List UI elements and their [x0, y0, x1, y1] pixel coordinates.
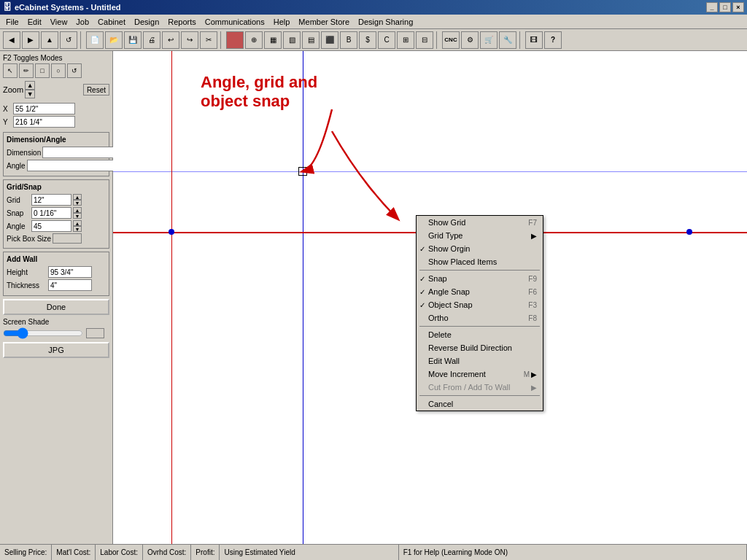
ctx-reverse-build[interactable]: Reverse Build Direction	[417, 341, 543, 354]
ctx-grid-type[interactable]: Grid Type ▶	[417, 229, 543, 242]
toolbar-cart[interactable]: 🛒	[480, 31, 498, 49]
toolbar-texture[interactable]: ▦	[264, 31, 282, 49]
toolbar-tool11[interactable]: 🔧	[499, 31, 516, 49]
toolbar-color[interactable]	[226, 31, 244, 49]
snap-input[interactable]	[31, 207, 71, 219]
toolbar-sep1	[80, 31, 83, 49]
menu-communications[interactable]: Communications	[201, 16, 269, 28]
zoom-down-btn[interactable]: ▼	[25, 90, 35, 98]
title-bar-controls[interactable]: _ □ ×	[706, 2, 744, 12]
toolbar-sep2	[220, 31, 223, 49]
grid-down[interactable]: ▼	[73, 200, 82, 206]
f2-pencil-icon[interactable]: ✏	[19, 63, 34, 78]
done-button[interactable]: Done	[3, 299, 109, 315]
toolbar-redo[interactable]: ↪	[181, 31, 198, 49]
snap-spinner[interactable]: ▲ ▼	[73, 207, 82, 219]
grid-up[interactable]: ▲	[73, 194, 82, 200]
menu-cabinet[interactable]: Cabinet	[93, 16, 130, 28]
toolbar-new[interactable]: 📄	[86, 31, 104, 49]
toolbar-tool4[interactable]: ⬛	[321, 31, 338, 49]
f2-rect-icon[interactable]: □	[35, 63, 50, 78]
ctx-angle-snap-key: F6	[528, 288, 537, 296]
menu-file[interactable]: File	[1, 16, 23, 28]
thickness-input[interactable]	[48, 279, 92, 291]
toolbar-cnc[interactable]: CNC	[442, 31, 460, 49]
ctx-ortho-label: Ortho	[428, 314, 449, 322]
jpg-button[interactable]: JPG	[3, 342, 109, 358]
toolbar-open[interactable]: 📂	[105, 31, 123, 49]
close-button[interactable]: ×	[732, 2, 744, 12]
menu-member-store[interactable]: Member Store	[294, 16, 354, 28]
toolbar-tool6[interactable]: $	[359, 31, 376, 49]
toolbar-up[interactable]: ▲	[41, 31, 58, 49]
toolbar-tool1[interactable]: ⊕	[245, 31, 263, 49]
ctx-cancel[interactable]: Cancel	[417, 397, 543, 411]
screen-shade-slider[interactable]	[3, 327, 83, 339]
zoom-up-btn[interactable]: ▲	[25, 81, 35, 90]
toolbar-back[interactable]: ◀	[3, 31, 20, 49]
f2-circle-icon[interactable]: ○	[51, 63, 66, 78]
toolbar-refresh[interactable]: ↺	[60, 31, 77, 49]
menu-view[interactable]: View	[46, 16, 72, 28]
screen-shade-section: Screen Shade	[3, 318, 109, 339]
angle-input[interactable]	[27, 160, 121, 171]
ctx-object-snap[interactable]: ✓ Object Snap F3	[417, 298, 543, 311]
menu-design-sharing[interactable]: Design Sharing	[354, 16, 417, 28]
height-input[interactable]	[48, 266, 92, 278]
ctx-snap[interactable]: ✓ Snap F9	[417, 272, 543, 285]
f2-arrow-icon[interactable]: ↖	[3, 63, 18, 78]
toolbar-help[interactable]: ?	[544, 31, 562, 49]
ctx-show-origin[interactable]: ✓ Show Orgin	[417, 242, 543, 255]
toolbar-tool3[interactable]: ▤	[302, 31, 320, 49]
ctx-ortho[interactable]: Ortho F8	[417, 311, 543, 324]
ctx-angle-snap[interactable]: ✓ Angle Snap F6	[417, 285, 543, 298]
f2-curve-icon[interactable]: ↺	[67, 63, 82, 78]
angle-spinner[interactable]: ▲ ▼	[73, 220, 82, 232]
toolbar-tool8[interactable]: ⊞	[397, 31, 414, 49]
toolbar-tool10[interactable]: ⚙	[461, 31, 479, 49]
ctx-show-grid[interactable]: Show Grid F7	[417, 216, 543, 229]
canvas-area[interactable]: Angle, grid and object snap Show Grid F	[113, 51, 747, 544]
screen-shade-input[interactable]	[86, 328, 104, 338]
toolbar-forward[interactable]: ▶	[22, 31, 39, 49]
ctx-move-increment-key: M	[524, 370, 530, 378]
angle-down[interactable]: ▼	[73, 226, 82, 232]
toolbar-film[interactable]: 🎞	[525, 31, 543, 49]
menu-edit[interactable]: Edit	[23, 16, 46, 28]
x-input[interactable]	[13, 103, 75, 114]
angle-up[interactable]: ▲	[73, 220, 82, 226]
ctx-edit-wall[interactable]: Edit Wall	[417, 354, 543, 368]
minimize-button[interactable]: _	[706, 2, 718, 12]
menu-reports[interactable]: Reports	[163, 16, 201, 28]
toolbar-undo[interactable]: ↩	[162, 31, 179, 49]
toolbar-tool9[interactable]: ⊟	[416, 31, 433, 49]
grid-input[interactable]	[31, 194, 71, 206]
toolbar-print[interactable]: 🖨	[143, 31, 160, 49]
zoom-section: Zoom ▲ ▼ Reset	[3, 81, 109, 98]
grid-spinner[interactable]: ▲ ▼	[73, 194, 82, 206]
pick-box-input[interactable]	[53, 233, 82, 244]
wall-thickness-row: Thickness	[7, 279, 106, 291]
ctx-show-placed[interactable]: Show Placed Items	[417, 255, 543, 268]
menu-design[interactable]: Design	[130, 16, 163, 28]
maximize-button[interactable]: □	[719, 2, 731, 12]
snap-angle-input[interactable]	[31, 220, 71, 232]
ctx-delete[interactable]: Delete	[417, 328, 543, 341]
ctx-grid-type-arrow: ▶	[531, 232, 537, 240]
menu-job[interactable]: Job	[71, 16, 93, 28]
toolbar-cut[interactable]: ✂	[200, 31, 217, 49]
toolbar-tool5[interactable]: B	[340, 31, 357, 49]
menu-help[interactable]: Help	[269, 16, 295, 28]
toolbar-tool2[interactable]: ▧	[283, 31, 301, 49]
ctx-move-increment[interactable]: Move Increment M ▶	[417, 368, 543, 381]
snap-up[interactable]: ▲	[73, 207, 82, 213]
zoom-reset-btn[interactable]: Reset	[83, 84, 109, 96]
coord-y-row: Y	[3, 116, 109, 128]
pick-box-row: Pick Box Size	[7, 233, 106, 244]
toolbar-save[interactable]: 💾	[124, 31, 142, 49]
annotation-line2: object snap	[201, 92, 317, 111]
snap-down[interactable]: ▼	[73, 213, 82, 219]
toolbar-tool7[interactable]: C	[378, 31, 395, 49]
ctx-reverse-build-label: Reverse Build Direction	[428, 343, 512, 352]
y-input[interactable]	[13, 116, 75, 128]
